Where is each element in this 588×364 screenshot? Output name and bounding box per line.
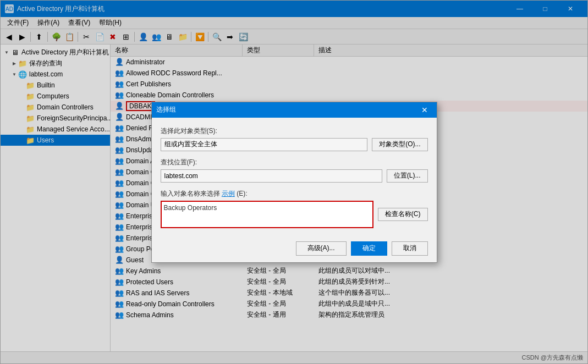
location-row: 位置(L)... [161, 169, 428, 183]
enter-name-row: Backup Operators 检查名称(C) [161, 201, 428, 228]
enter-name-label: 输入对象名称来选择 示例 (E): [161, 189, 428, 198]
dialog-close-button[interactable]: ✕ [417, 102, 432, 118]
dialog-title: 选择组 [156, 105, 417, 114]
dialog-overlay: 选择组 ✕ 选择此对象类型(S): 对象类型(O)... 查找位置(F): [1, 1, 587, 363]
example-link[interactable]: 示例 [222, 190, 235, 197]
object-type-row: 对象类型(O)... [161, 138, 428, 151]
check-names-button[interactable]: 检查名称(C) [378, 208, 428, 221]
object-type-section: 选择此对象类型(S): 对象类型(O)... [161, 126, 428, 151]
dialog-titlebar: 选择组 ✕ [152, 102, 437, 118]
name-input-box[interactable]: Backup Operators [161, 201, 373, 228]
location-section: 查找位置(F): 位置(L)... [161, 158, 428, 183]
name-input-text: Backup Operators [164, 204, 217, 212]
location-input[interactable] [161, 169, 382, 183]
enter-name-section: 输入对象名称来选择 示例 (E): Backup Operators 检查名称(… [161, 189, 428, 228]
select-group-dialog: 选择组 ✕ 选择此对象类型(S): 对象类型(O)... 查找位置(F): [151, 102, 437, 263]
object-type-button[interactable]: 对象类型(O)... [372, 138, 427, 151]
location-label: 查找位置(F): [161, 158, 428, 167]
advanced-button[interactable]: 高级(A)... [296, 241, 347, 256]
ok-button[interactable]: 确定 [351, 241, 387, 256]
main-window: AD Active Directory 用户和计算机 — □ ✕ 文件(F) 操… [0, 0, 588, 364]
cancel-button[interactable]: 取消 [392, 241, 428, 256]
location-button[interactable]: 位置(L)... [387, 169, 428, 183]
dialog-body: 选择此对象类型(S): 对象类型(O)... 查找位置(F): 位置(L)... [152, 118, 437, 237]
dialog-footer: 高级(A)... 确定 取消 [152, 237, 437, 262]
object-type-label: 选择此对象类型(S): [161, 126, 428, 136]
object-type-input[interactable] [161, 138, 368, 151]
